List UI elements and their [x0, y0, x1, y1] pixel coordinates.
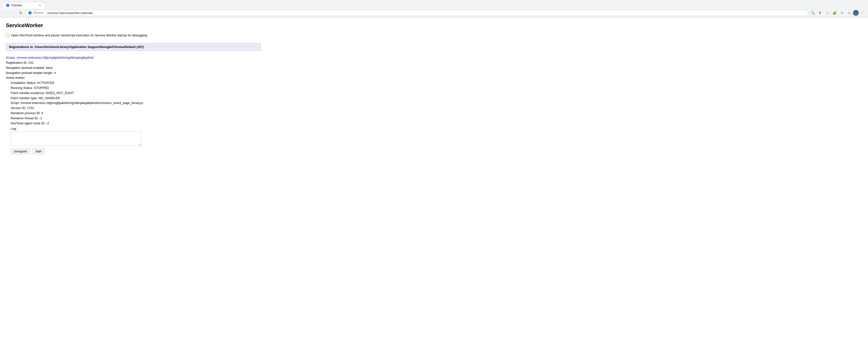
- devtools-agent-route-id-line: DevTools agent route ID: -2: [11, 121, 260, 126]
- tab-favicon: [6, 4, 9, 7]
- tab-search-button[interactable]: ≡: [838, 9, 845, 16]
- log-label: Log:: [11, 127, 260, 130]
- page-content: ServiceWorker Open DevTools window and p…: [0, 18, 267, 160]
- fetch-handler-existence-line: Fetch handler existence: DOES_NOT_EXIST: [11, 91, 260, 96]
- back-button[interactable]: ←: [2, 9, 9, 16]
- debug-label: Open DevTools window and pause JavaScrip…: [11, 33, 148, 37]
- forward-button[interactable]: →: [10, 9, 17, 16]
- active-worker-line: Active worker:: [6, 76, 260, 81]
- tab-title: Chrome: [11, 4, 36, 7]
- bookmark-button[interactable]: ☆: [824, 9, 831, 16]
- extensions-button[interactable]: 🧩: [831, 9, 838, 16]
- nav-preload-header-line: Navigation preload header length: 4: [6, 70, 260, 76]
- tab-bar: Chrome ✕: [0, 0, 868, 8]
- nav-bar: ← → ↻ Chrome | chrome://serviceworker-in…: [0, 8, 868, 17]
- registration-id-line: Registration ID: 231: [6, 60, 260, 65]
- unregister-button[interactable]: Unregister: [11, 149, 30, 154]
- worker-info: Installation Status: ACTIVATED Running S…: [11, 81, 260, 154]
- log-section: Log:: [11, 127, 260, 147]
- tab-close-button[interactable]: ✕: [38, 4, 41, 7]
- log-textarea[interactable]: [11, 132, 142, 146]
- profile-avatar[interactable]: 👤: [853, 10, 859, 16]
- registrations-header: Registrations in: /Users/forinton/Librar…: [6, 43, 260, 51]
- menu-button[interactable]: ⋮: [859, 9, 866, 16]
- page-title: ServiceWorker: [6, 22, 260, 29]
- site-favicon: [28, 11, 32, 14]
- actions-row: Unregister Start: [11, 149, 260, 154]
- start-button[interactable]: Start: [32, 149, 44, 154]
- installation-status-line: Installation Status: ACTIVATED: [11, 81, 260, 86]
- toolbar-icons: 🔍 ⬆ ☆ 🧩 ≡ ▭ 👤 ⋮: [809, 9, 866, 16]
- nav-preload-enabled-line: Navigation preload enabled: false: [6, 65, 260, 70]
- renderer-thread-id-line: Renderer thread ID: -1: [11, 116, 260, 121]
- active-tab[interactable]: Chrome ✕: [2, 2, 45, 8]
- address-separator: |: [45, 11, 46, 15]
- debug-checkbox[interactable]: [6, 34, 9, 37]
- scope-link[interactable]: Scope: chrome-extension://djjmngfglakhkh…: [6, 56, 260, 59]
- debug-checkbox-row: Open DevTools window and pause JavaScrip…: [6, 33, 260, 37]
- running-status-line: Running Status: STOPPED: [11, 86, 260, 91]
- browser-chrome: Chrome ✕ ← → ↻ Chrome | chrome://service…: [0, 0, 868, 18]
- address-bar[interactable]: Chrome | chrome://serviceworker-internal…: [25, 10, 808, 16]
- script-line: Script: chrome-extension://djjmngfglakhk…: [11, 100, 260, 106]
- renderer-process-id-line: Renderer process ID: 0: [11, 111, 260, 116]
- window-button[interactable]: ▭: [846, 9, 852, 16]
- address-url: chrome://serviceworker-internals: [47, 11, 805, 15]
- fetch-handler-type-line: Fetch handler type: NO_HANDLER: [11, 96, 260, 101]
- registration-section: Scope: chrome-extension://djjmngfglakhkh…: [6, 55, 260, 155]
- share-button[interactable]: ⬆: [817, 9, 824, 16]
- search-button[interactable]: 🔍: [809, 9, 816, 16]
- reload-button[interactable]: ↻: [18, 9, 24, 16]
- address-label: Chrome: [33, 11, 43, 14]
- version-id-line: Version ID: 1753: [11, 106, 260, 111]
